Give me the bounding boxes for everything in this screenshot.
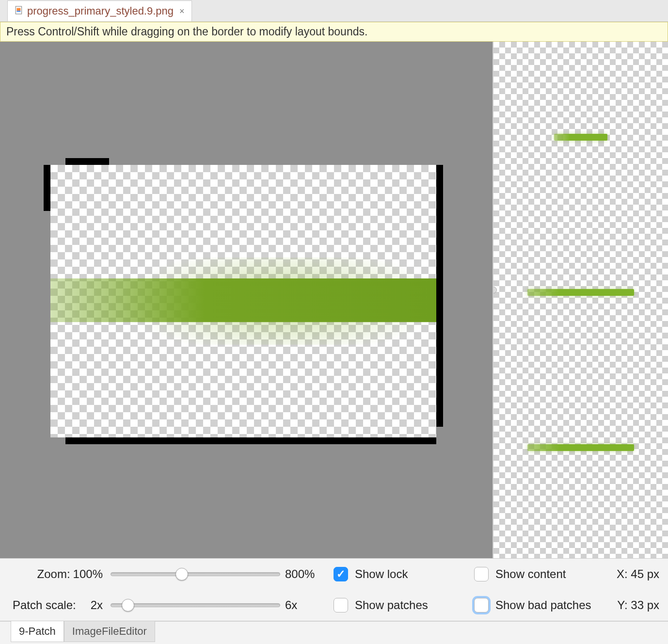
image-file-icon xyxy=(15,5,23,17)
file-tab-label: progress_primary_styled.9.png xyxy=(27,5,174,17)
zoom-min-label: 100% xyxy=(73,567,103,581)
patch-scale-label: Patch scale: xyxy=(13,598,76,612)
coord-y: Y: 33 px xyxy=(610,598,659,612)
tab-9patch[interactable]: 9-Patch xyxy=(11,621,64,642)
nine-patch-mark-top[interactable] xyxy=(65,158,109,165)
patch-scale-max-label: 6x xyxy=(285,598,329,612)
show-lock-checkbox[interactable] xyxy=(334,567,348,581)
zoom-max-label: 800% xyxy=(285,567,329,581)
patch-scale-slider[interactable] xyxy=(111,603,280,607)
progress-bar-graphic xyxy=(50,278,436,322)
main-area xyxy=(0,42,668,558)
preview-pane xyxy=(493,42,668,558)
preview-sample-small xyxy=(554,134,607,141)
hint-text: Press Control/Shift while dragging on th… xyxy=(6,25,367,38)
image-transparency-bg xyxy=(50,165,436,437)
patch-scale-min-label: 2x xyxy=(91,598,103,612)
show-bad-patches-checkbox[interactable] xyxy=(474,598,489,612)
nine-patch-image[interactable] xyxy=(44,158,443,444)
preview-sample-medium xyxy=(527,289,634,296)
show-lock-label: Show lock xyxy=(355,567,408,581)
controls-panel: Zoom: 100% 800% Show lock Show content X… xyxy=(0,558,668,621)
svg-rect-2 xyxy=(17,11,21,12)
svg-rect-1 xyxy=(17,8,21,11)
nine-patch-mark-left[interactable] xyxy=(44,165,50,211)
coord-x: X: 45 px xyxy=(610,567,659,581)
file-tab-bar: progress_primary_styled.9.png × xyxy=(0,0,668,22)
zoom-slider[interactable] xyxy=(111,572,280,576)
tab-imagefileeditor[interactable]: ImageFileEditor xyxy=(64,621,155,642)
preview-sample-large xyxy=(527,444,634,451)
bottom-tab-bar: 9-Patch ImageFileEditor xyxy=(0,621,668,644)
show-content-label: Show content xyxy=(495,567,566,581)
preview-bg xyxy=(493,42,668,558)
close-icon[interactable]: × xyxy=(177,6,185,16)
preview-resize-handle[interactable] xyxy=(493,287,497,293)
zoom-slider-thumb[interactable] xyxy=(175,568,188,580)
zoom-label: Zoom: xyxy=(37,567,70,581)
file-tab[interactable]: progress_primary_styled.9.png × xyxy=(7,0,192,21)
patch-scale-slider-thumb[interactable] xyxy=(122,599,134,612)
show-content-checkbox[interactable] xyxy=(474,567,489,581)
show-patches-label: Show patches xyxy=(355,598,428,612)
show-patches-checkbox[interactable] xyxy=(334,598,348,612)
nine-patch-mark-right[interactable] xyxy=(436,165,443,427)
show-bad-patches-label: Show bad patches xyxy=(495,598,591,612)
nine-patch-mark-bottom[interactable] xyxy=(65,437,436,444)
hint-bar: Press Control/Shift while dragging on th… xyxy=(0,22,668,42)
canvas-pane[interactable] xyxy=(0,42,493,558)
